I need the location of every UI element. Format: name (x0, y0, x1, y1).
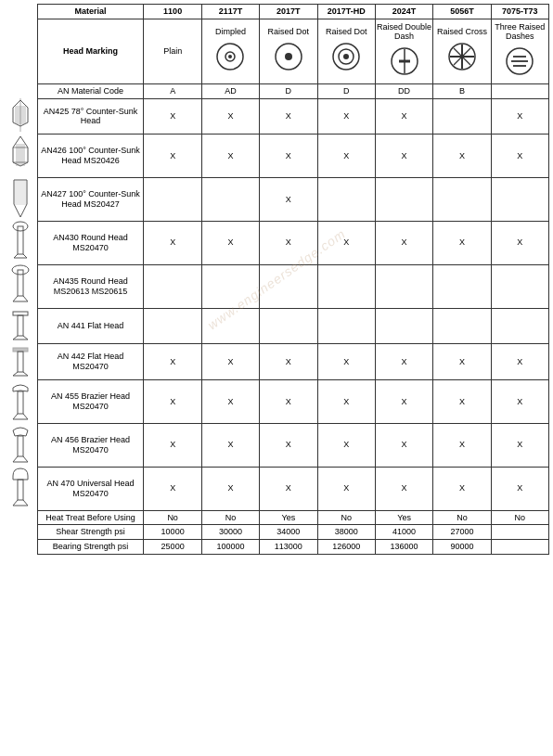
an470-1100: X (144, 467, 201, 510)
shear-2024t: 41000 (375, 525, 432, 540)
an426-2017t: X (260, 135, 317, 178)
svg-line-54 (13, 456, 18, 462)
svg-line-55 (23, 456, 28, 462)
side-rivet-an427 (4, 178, 37, 222)
svg-rect-28 (15, 181, 26, 205)
an426-5056t: X (433, 135, 491, 178)
side-rivet-an455 (4, 380, 37, 424)
an426-label: AN426 100° Counter-Sunk Head MS20426 (37, 135, 144, 178)
an456-2117t: X (201, 423, 259, 467)
an426-2024t: X (375, 135, 432, 178)
an435-7075t73 (491, 264, 548, 308)
an441-1100 (144, 308, 201, 344)
rivet-an441-svg (11, 308, 30, 341)
rivet-an427-svg (11, 178, 30, 219)
svg-point-4 (285, 53, 292, 60)
an425-2017t: X (260, 98, 317, 135)
rivet-an456-svg (11, 423, 30, 464)
an430-2017t: X (260, 221, 317, 264)
svg-point-2 (228, 55, 232, 58)
raised-dot-hd-icon (329, 40, 363, 73)
mark-dimpled: Dimpled (201, 19, 259, 83)
shear-strength-label: Shear Strength psi (37, 525, 144, 540)
an455-2017t: X (260, 380, 317, 424)
col-headmark-label: Head Marking (37, 19, 144, 83)
an455-2017t-hd: X (317, 380, 375, 424)
heat-treat-2117t: No (201, 510, 259, 525)
row-an-material-code: AN Material Code A AD D D DD B (4, 83, 549, 98)
side-rivet-an-code (4, 83, 37, 98)
rivet-an442-svg (11, 344, 30, 378)
col-7075t73: 7075-T73 (491, 5, 548, 19)
svg-rect-40 (18, 315, 23, 336)
an-code-1100: A (144, 83, 201, 98)
bearing-2017t: 113000 (260, 540, 317, 555)
col-2017t: 2017T (260, 5, 317, 19)
svg-point-7 (343, 54, 349, 59)
an-code-7075t73 (491, 83, 548, 98)
mark-three-raised-dashes: Three Raised Dashes (491, 19, 548, 83)
an-code-2024t: DD (375, 83, 432, 98)
an425-7075t73: X (491, 98, 548, 135)
raised-double-dash-icon (388, 45, 421, 78)
side-rivet-an442 (4, 344, 37, 380)
an455-2024t: X (375, 380, 432, 424)
col-1100: 1100 (144, 5, 201, 19)
rivet-an430-svg (11, 221, 30, 262)
an435-2024t (375, 264, 432, 308)
an455-label: AN 455 Brazier Head MS20470 (37, 380, 144, 424)
row-heat-treat: Heat Treat Before Using No No Yes No Yes… (4, 510, 549, 525)
mark-raised-cross-label: Raised Cross (434, 27, 489, 37)
an430-7075t73: X (491, 221, 548, 264)
an425-2024t: X (375, 98, 432, 135)
svg-line-47 (23, 372, 28, 376)
side-rivet-an425 (4, 98, 37, 135)
shear-1100: 10000 (144, 525, 201, 540)
an427-7075t73 (491, 178, 548, 222)
an456-2024t: X (375, 423, 432, 467)
side-rivet-an441 (4, 308, 37, 344)
svg-rect-44 (13, 348, 28, 352)
shear-2017t-hd: 38000 (317, 525, 375, 540)
an435-2117t (201, 264, 259, 308)
an442-1100: X (144, 344, 201, 380)
heat-treat-2017t: Yes (260, 510, 317, 525)
page: www.engineersedge.com Material 1100 2117… (0, 0, 553, 558)
side-rivet-an435 (4, 264, 37, 308)
side-rivet-an426 (4, 135, 37, 178)
an430-2017t-hd: X (317, 221, 375, 264)
an435-5056t (433, 264, 491, 308)
mark-raised-dot-hd-label: Raised Dot (319, 27, 374, 37)
side-rivet-shear (4, 525, 37, 540)
row-an470: AN 470 Universal Head MS20470 X X X X X … (4, 467, 549, 510)
an470-2017t-hd: X (317, 467, 375, 510)
an455-2117t: X (201, 380, 259, 424)
an427-2117t (201, 178, 259, 222)
mark-raised-dot: Raised Dot (260, 19, 317, 83)
row-an425: AN425 78° Counter-Sunk Head X X X X X X (4, 98, 549, 135)
an426-1100: X (144, 135, 201, 178)
an456-5056t: X (433, 423, 491, 467)
an426-7075t73: X (491, 135, 548, 178)
svg-line-46 (13, 372, 18, 376)
svg-rect-39 (13, 312, 28, 315)
rivet-an426-svg (11, 135, 30, 175)
an430-2117t: X (201, 221, 259, 264)
dimpled-icon (213, 40, 247, 73)
heat-treat-2024t: Yes (375, 510, 432, 525)
an441-2024t (375, 308, 432, 344)
svg-rect-35 (18, 270, 23, 296)
mark-raised-cross: Raised Cross (433, 19, 491, 83)
mark-three-raised-dashes-label: Three Raised Dashes (493, 22, 547, 43)
rivet-an435-svg (11, 264, 30, 305)
shear-2117t: 30000 (201, 525, 259, 540)
side-rivet-spacer-head (4, 19, 37, 83)
an427-5056t (433, 178, 491, 222)
an435-label: AN435 Round Head MS20613 MS20615 (37, 264, 144, 308)
an427-2024t (375, 178, 432, 222)
svg-rect-53 (18, 436, 23, 456)
an442-5056t: X (433, 344, 491, 380)
svg-line-51 (23, 414, 28, 419)
an442-2017t-hd: X (317, 344, 375, 380)
an441-5056t (433, 308, 491, 344)
